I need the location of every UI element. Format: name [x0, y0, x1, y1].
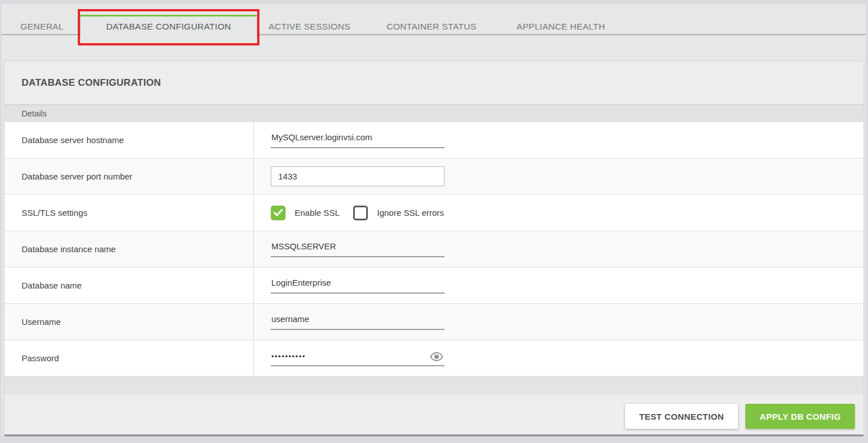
- details-section-header: Details: [5, 105, 863, 122]
- ignore-ssl-errors-checkbox[interactable]: [353, 206, 368, 220]
- apply-db-config-button[interactable]: APPLY DB CONFIG: [745, 404, 855, 429]
- row-ssl-tls-settings: SSL/TLS settings Enable SSL Ignore SSL e…: [5, 195, 863, 231]
- panel-title: DATABASE CONFIGURATION: [22, 77, 161, 89]
- test-connection-button[interactable]: TEST CONNECTION: [625, 404, 738, 429]
- password-label: Password: [22, 353, 59, 363]
- hostname-input[interactable]: [271, 132, 445, 148]
- tab-bar: GENERAL DATABASE CONFIGURATION ACTIVE SE…: [2, 4, 866, 35]
- instance-name-input[interactable]: [271, 241, 445, 257]
- database-name-label: Database name: [22, 281, 82, 290]
- row-database-server-hostname: Database server hostname: [5, 122, 863, 158]
- details-label: Details: [22, 109, 47, 118]
- port-label: Database server port number: [22, 172, 132, 181]
- hostname-label: Database server hostname: [22, 135, 124, 145]
- row-database-name: Database name: [5, 268, 863, 304]
- tab-database-configuration[interactable]: DATABASE CONFIGURATION: [80, 15, 257, 36]
- panel-header: DATABASE CONFIGURATION: [5, 61, 863, 105]
- footer-divider-band: [5, 377, 863, 395]
- tab-appliance-health[interactable]: APPLIANCE HEALTH: [517, 18, 605, 35]
- page: GENERAL DATABASE CONFIGURATION ACTIVE SE…: [2, 4, 866, 436]
- enable-ssl-checkbox[interactable]: [271, 206, 286, 220]
- ssl-settings-label: SSL/TLS settings: [22, 208, 87, 218]
- ignore-ssl-errors-label: Ignore SSL errors: [377, 208, 444, 218]
- instance-name-label: Database instance name: [22, 244, 116, 254]
- port-input[interactable]: [271, 166, 445, 186]
- database-name-input[interactable]: [271, 278, 445, 294]
- checkmark-icon: [274, 209, 283, 216]
- password-input[interactable]: ••••••••••: [271, 350, 445, 366]
- row-username: Username: [5, 304, 863, 340]
- database-configuration-panel: DATABASE CONFIGURATION Details Database …: [5, 61, 863, 436]
- row-password: Password ••••••••••: [5, 340, 863, 377]
- footer-actions: TEST CONNECTION APPLY DB CONFIG: [5, 395, 863, 434]
- username-label: Username: [22, 317, 61, 327]
- enable-ssl-label: Enable SSL: [295, 208, 339, 218]
- tab-active-sessions[interactable]: ACTIVE SESSIONS: [269, 18, 350, 35]
- row-database-instance-name: Database instance name: [5, 231, 863, 268]
- tab-general[interactable]: GENERAL: [20, 18, 64, 35]
- show-password-eye-icon[interactable]: [430, 352, 443, 364]
- tab-container-status[interactable]: CONTAINER STATUS: [387, 18, 476, 35]
- row-database-server-port: Database server port number: [5, 158, 863, 195]
- password-masked-value: ••••••••••: [271, 352, 306, 361]
- username-input[interactable]: [271, 314, 445, 330]
